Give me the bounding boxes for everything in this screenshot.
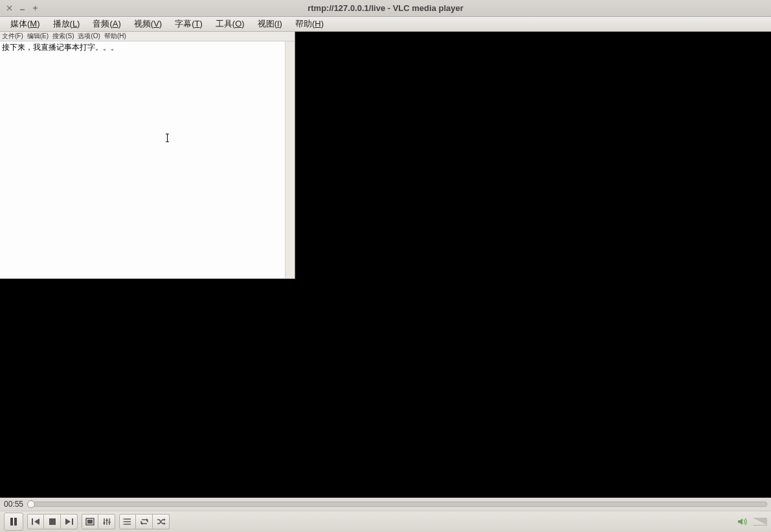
- menu-help[interactable]: 帮助(H): [289, 17, 330, 31]
- seek-knob[interactable]: [27, 500, 35, 508]
- menu-subtitle[interactable]: 字幕(T): [168, 17, 209, 31]
- controls-toolbar: [0, 511, 771, 532]
- previous-button[interactable]: [27, 514, 44, 529]
- minimize-icon: [19, 5, 25, 11]
- next-button[interactable]: [61, 514, 78, 529]
- notepad-menu-options[interactable]: 选项(O): [78, 32, 100, 41]
- svg-rect-8: [87, 520, 93, 524]
- window-titlebar: rtmp://127.0.0.1/live - VLC media player: [0, 0, 771, 17]
- svg-point-12: [123, 518, 124, 520]
- svg-point-13: [123, 521, 124, 522]
- svg-point-14: [123, 524, 124, 525]
- svg-rect-0: [10, 518, 13, 526]
- speaker-icon: [737, 517, 748, 526]
- loop-icon: [140, 518, 149, 526]
- svg-rect-6: [72, 518, 73, 525]
- play-pause-button[interactable]: [4, 513, 23, 531]
- maximize-icon: [32, 5, 38, 11]
- mute-button[interactable]: [737, 516, 748, 527]
- menu-tools[interactable]: 工具(O): [209, 17, 251, 31]
- svg-marker-5: [65, 518, 71, 525]
- notepad-textarea-wrap: [0, 41, 295, 278]
- window-title: rtmp://127.0.0.1/live - VLC media player: [0, 3, 771, 13]
- notepad-window: 文件(F) 编辑(E) 搜索(S) 选项(O) 帮助(H): [0, 32, 295, 279]
- notepad-menu-help[interactable]: 帮助(H): [104, 32, 126, 41]
- minimize-window-button[interactable]: [18, 5, 26, 12]
- svg-marker-3: [34, 518, 39, 525]
- seek-slider[interactable]: [28, 502, 767, 507]
- notepad-menubar: 文件(F) 编辑(E) 搜索(S) 选项(O) 帮助(H): [0, 32, 295, 41]
- svg-rect-11: [108, 522, 110, 523]
- menu-playback[interactable]: 播放(L): [47, 17, 87, 31]
- menu-view[interactable]: 视图(I): [251, 17, 289, 31]
- pause-icon: [10, 517, 17, 526]
- notepad-menu-edit[interactable]: 编辑(E): [27, 32, 49, 41]
- vlc-menubar: 媒体(M) 播放(L) 音频(A) 视频(V) 字幕(T) 工具(O) 视图(I…: [0, 17, 771, 32]
- menu-video[interactable]: 视频(V): [128, 17, 168, 31]
- equalizer-icon: [102, 518, 111, 526]
- svg-rect-9: [103, 522, 105, 524]
- time-bar: 00:55: [0, 498, 771, 511]
- stop-button[interactable]: [44, 514, 61, 529]
- shuffle-icon: [157, 518, 166, 526]
- menu-media[interactable]: 媒体(M): [4, 17, 47, 31]
- notepad-menu-search[interactable]: 搜索(S): [52, 32, 74, 41]
- svg-marker-18: [164, 522, 166, 525]
- fullscreen-icon: [85, 518, 95, 526]
- skip-next-icon: [65, 518, 74, 526]
- close-icon: [6, 5, 12, 11]
- repeat-button[interactable]: [136, 514, 153, 529]
- elapsed-time: 00:55: [4, 500, 23, 509]
- notepad-menu-file[interactable]: 文件(F): [2, 32, 23, 41]
- menu-audio[interactable]: 音频(A): [86, 17, 127, 31]
- svg-rect-10: [106, 520, 107, 521]
- svg-rect-4: [49, 518, 56, 525]
- svg-rect-1: [14, 518, 17, 526]
- extended-settings-button[interactable]: [98, 514, 115, 529]
- notepad-textarea[interactable]: [0, 41, 285, 278]
- fullscreen-button[interactable]: [82, 514, 98, 529]
- svg-marker-19: [738, 518, 743, 525]
- playlist-icon: [123, 518, 132, 526]
- skip-previous-icon: [31, 518, 40, 526]
- svg-marker-17: [164, 518, 166, 521]
- maximize-window-button[interactable]: [31, 5, 39, 12]
- close-window-button[interactable]: [5, 5, 13, 12]
- svg-rect-2: [32, 518, 33, 525]
- volume-slider[interactable]: [753, 518, 767, 526]
- playlist-button[interactable]: [119, 514, 136, 529]
- shuffle-button[interactable]: [153, 514, 170, 529]
- window-buttons: [0, 5, 39, 12]
- notepad-scrollbar[interactable]: [285, 41, 295, 278]
- stop-icon: [49, 518, 56, 526]
